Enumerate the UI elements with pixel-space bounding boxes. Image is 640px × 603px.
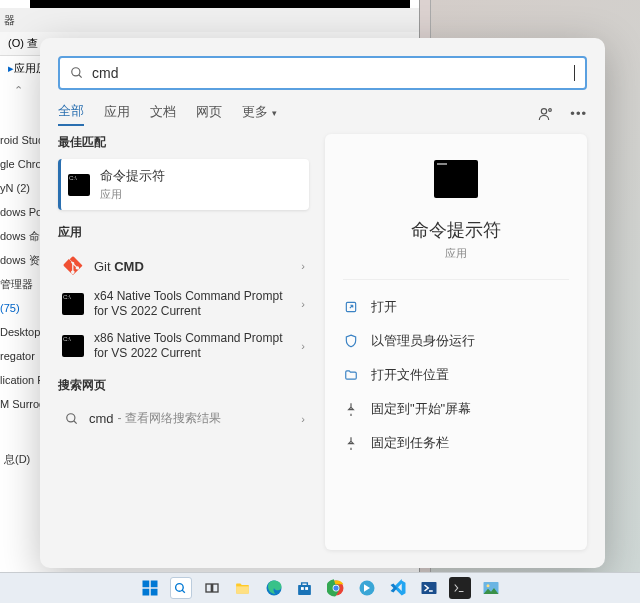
preview-subtitle: 应用 bbox=[325, 246, 587, 261]
best-match-heading: 最佳匹配 bbox=[58, 134, 309, 151]
svg-rect-9 bbox=[142, 589, 149, 596]
chevron-right-icon: › bbox=[301, 413, 305, 425]
svg-rect-18 bbox=[301, 587, 304, 590]
results-column: 最佳匹配 C:\ 命令提示符 应用 应用 Git CMD › C:\ bbox=[58, 134, 309, 550]
edge-icon[interactable] bbox=[263, 577, 285, 599]
app-result-x86-tools[interactable]: C:\ x86 Native Tools Command Prompt for … bbox=[58, 325, 309, 367]
account-icon[interactable] bbox=[538, 106, 554, 122]
start-button[interactable] bbox=[139, 577, 161, 599]
app-title: x86 Native Tools Command Prompt for VS 2… bbox=[94, 331, 295, 361]
store-icon[interactable] bbox=[294, 577, 316, 599]
svg-point-11 bbox=[176, 583, 184, 591]
svg-point-22 bbox=[333, 585, 338, 590]
vscode-icon[interactable] bbox=[387, 577, 409, 599]
action-pin-taskbar[interactable]: 固定到任务栏 bbox=[325, 426, 587, 460]
web-result[interactable]: cmd - 查看网络搜索结果 › bbox=[58, 402, 309, 435]
search-panel: 全部 应用 文档 网页 更多 ▾ ••• 最佳匹配 C:\ 命令提示符 应用 应… bbox=[40, 38, 605, 568]
tab-apps[interactable]: 应用 bbox=[104, 103, 130, 125]
app-result-x64-tools[interactable]: C:\ x64 Native Tools Command Prompt for … bbox=[58, 283, 309, 325]
git-icon bbox=[62, 255, 84, 277]
best-match-title: 命令提示符 bbox=[100, 167, 299, 185]
pin-icon bbox=[343, 436, 359, 450]
svg-rect-13 bbox=[206, 584, 211, 592]
powershell-icon[interactable] bbox=[418, 577, 440, 599]
more-icon[interactable]: ••• bbox=[570, 106, 587, 122]
best-match-result[interactable]: C:\ 命令提示符 应用 bbox=[58, 159, 309, 210]
folder-icon bbox=[343, 368, 359, 382]
app-result-git-cmd[interactable]: Git CMD › bbox=[58, 249, 309, 283]
app-title: x64 Native Tools Command Prompt for VS 2… bbox=[94, 289, 295, 319]
preview-panel: 命令提示符 应用 打开 以管理员身份运行 打开文件位置 bbox=[325, 134, 587, 550]
search-icon bbox=[70, 66, 84, 80]
svg-rect-17 bbox=[298, 584, 311, 594]
tab-more[interactable]: 更多 ▾ bbox=[242, 103, 277, 125]
svg-point-2 bbox=[542, 109, 547, 114]
search-icon bbox=[65, 412, 79, 426]
photos-icon[interactable] bbox=[480, 577, 502, 599]
app-title: Git CMD bbox=[94, 259, 295, 274]
tab-docs[interactable]: 文档 bbox=[150, 103, 176, 125]
pin-icon bbox=[343, 402, 359, 416]
action-pin-start[interactable]: 固定到"开始"屏幕 bbox=[325, 392, 587, 426]
svg-rect-14 bbox=[212, 584, 217, 592]
taskbar bbox=[0, 572, 640, 603]
svg-point-0 bbox=[72, 68, 80, 76]
action-run-admin[interactable]: 以管理员身份运行 bbox=[325, 324, 587, 358]
tab-web[interactable]: 网页 bbox=[196, 103, 222, 125]
cmd-icon: C:\ bbox=[68, 174, 90, 196]
svg-point-4 bbox=[67, 413, 75, 421]
chrome-icon[interactable] bbox=[325, 577, 347, 599]
background-list: roid Stud gle Chro yN (2) dows Po dows 命… bbox=[0, 128, 40, 416]
background-footer: 息(D) bbox=[4, 452, 30, 467]
cmd-icon: C:\ bbox=[62, 293, 84, 315]
tab-all[interactable]: 全部 bbox=[58, 102, 84, 126]
open-icon bbox=[343, 300, 359, 314]
web-suffix: - 查看网络搜索结果 bbox=[118, 410, 221, 427]
chevron-right-icon: › bbox=[301, 260, 305, 272]
taskbar-search[interactable] bbox=[170, 577, 192, 599]
chevron-right-icon: › bbox=[301, 340, 305, 352]
task-view[interactable] bbox=[201, 577, 223, 599]
best-match-subtitle: 应用 bbox=[100, 187, 299, 202]
svg-rect-8 bbox=[150, 581, 157, 588]
terminal-icon[interactable] bbox=[449, 577, 471, 599]
svg-line-1 bbox=[79, 75, 82, 78]
apps-heading: 应用 bbox=[58, 224, 309, 241]
app-icon-blue[interactable] bbox=[356, 577, 378, 599]
web-query: cmd bbox=[89, 411, 114, 426]
search-box[interactable] bbox=[58, 56, 587, 90]
explorer-icon[interactable] bbox=[232, 577, 254, 599]
svg-point-3 bbox=[549, 109, 552, 112]
chevron-right-icon: › bbox=[301, 298, 305, 310]
search-web-heading: 搜索网页 bbox=[58, 377, 309, 394]
search-input[interactable] bbox=[92, 65, 576, 81]
svg-rect-19 bbox=[305, 587, 308, 590]
svg-rect-7 bbox=[142, 581, 149, 588]
shield-icon bbox=[343, 334, 359, 348]
action-open-location[interactable]: 打开文件位置 bbox=[325, 358, 587, 392]
preview-title: 命令提示符 bbox=[325, 218, 587, 242]
action-open[interactable]: 打开 bbox=[325, 290, 587, 324]
svg-rect-15 bbox=[236, 586, 249, 593]
preview-app-icon bbox=[434, 160, 478, 198]
svg-rect-10 bbox=[150, 589, 157, 596]
svg-line-5 bbox=[74, 420, 77, 423]
tabs-row: 全部 应用 文档 网页 更多 ▾ ••• bbox=[40, 90, 605, 134]
text-cursor bbox=[574, 65, 575, 81]
cmd-icon: C:\ bbox=[62, 335, 84, 357]
svg-point-26 bbox=[486, 584, 489, 587]
svg-line-12 bbox=[182, 590, 185, 593]
